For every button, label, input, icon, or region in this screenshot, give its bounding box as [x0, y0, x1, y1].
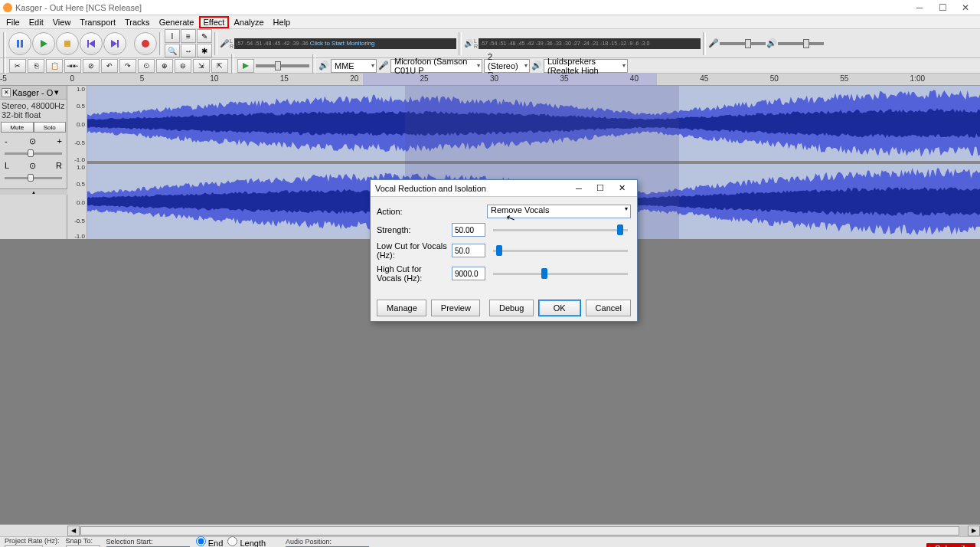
timeshift-tool[interactable]: ↔ — [181, 44, 196, 57]
timeline[interactable]: -505101520253035404550551:001:05 — [0, 74, 980, 86]
track-control-panel: ✕ Kasger - O ▾ Stereo, 48000Hz 32-bit fl… — [0, 86, 67, 239]
window-title: Kasger - Out Here [NCS Release] — [15, 3, 908, 12]
play-device-combo[interactable]: Luidsprekers (Realtek High — [544, 59, 628, 73]
fit-project-button[interactable]: ⇱ — [211, 59, 228, 73]
project-rate-label: Project Rate (Hz): — [5, 537, 60, 545]
record-button[interactable] — [134, 32, 157, 55]
play-volume-slider[interactable] — [778, 42, 824, 45]
rec-volume-slider[interactable] — [720, 42, 766, 45]
debug-button[interactable]: Debug — [489, 300, 534, 316]
menu-tracks[interactable]: Tracks — [120, 16, 155, 28]
track-close-button[interactable]: ✕ — [2, 88, 11, 97]
svg-marker-5 — [89, 40, 95, 47]
copy-button[interactable]: ⎘ — [28, 59, 44, 73]
paste-button[interactable]: 📋 — [46, 59, 63, 73]
fit-selection-button[interactable]: ⇲ — [193, 59, 210, 73]
menu-analyze[interactable]: Analyze — [229, 16, 268, 28]
undo-button[interactable]: ↶ — [101, 59, 118, 73]
scroll-track[interactable] — [80, 526, 968, 536]
host-icon: 🔊 — [318, 61, 329, 70]
highcut-input[interactable] — [452, 267, 485, 280]
end-radio[interactable]: End — [196, 536, 224, 548]
scroll-thumb[interactable] — [80, 526, 959, 536]
channels-combo[interactable]: 2 (Stereo) Recor — [484, 59, 530, 73]
dialog-close-button[interactable]: ✕ — [611, 181, 632, 196]
strength-label: Strength: — [377, 225, 447, 234]
vocal-reduction-dialog: Vocal Reduction and Isolation ─ ☐ ✕ Acti… — [370, 179, 638, 322]
zoom-out-button[interactable]: ⊖ — [175, 59, 191, 73]
selection-tool[interactable]: I — [165, 29, 180, 43]
menu-edit[interactable]: Edit — [24, 16, 48, 28]
minimize-button[interactable]: ─ — [908, 1, 931, 15]
maximize-button[interactable]: ☐ — [931, 1, 954, 15]
svg-point-8 — [142, 40, 149, 47]
snap-to-label: Snap To: — [66, 537, 100, 545]
record-meter[interactable]: -57 -54 -51 -48 -45 -42 -39 -36 Click to… — [234, 38, 456, 49]
zoom-in-button[interactable]: ⊕ — [156, 59, 173, 73]
redo-button[interactable]: ↷ — [119, 59, 136, 73]
track-format-info: Stereo, 48000Hz 32-bit float — [0, 100, 67, 121]
menu-effect[interactable]: Effect — [199, 16, 230, 28]
ok-button[interactable]: OK — [538, 300, 581, 316]
scroll-right-button[interactable]: ▶ — [968, 526, 980, 536]
audio-host-combo[interactable]: MME — [331, 59, 377, 73]
play-speed-button[interactable] — [237, 59, 254, 73]
highcut-slider[interactable] — [493, 273, 628, 275]
subscribe-badge[interactable]: Subscribe — [926, 543, 975, 548]
track-collapse-button[interactable]: ▲ — [0, 188, 67, 195]
scroll-left-button[interactable]: ◀ — [67, 526, 80, 536]
play-button[interactable] — [32, 32, 55, 55]
mute-button[interactable]: Mute — [1, 122, 34, 133]
strength-slider[interactable] — [493, 229, 628, 231]
rec-vol-icon: 🎤 — [708, 38, 719, 48]
svg-marker-6 — [111, 40, 117, 47]
dialog-minimize-button[interactable]: ─ — [568, 181, 590, 196]
dialog-maximize-button[interactable]: ☐ — [590, 181, 611, 196]
action-select[interactable]: Remove Vocals — [487, 205, 631, 218]
lowcut-input[interactable] — [452, 244, 485, 257]
gain-slider[interactable] — [5, 152, 62, 155]
pause-button[interactable] — [8, 32, 31, 55]
sync-lock-button[interactable]: ⏲ — [138, 59, 155, 73]
menu-generate[interactable]: Generate — [155, 16, 199, 28]
rec-device-combo[interactable]: Microfoon (Samson C01U P — [390, 59, 482, 73]
trim-button[interactable]: ⇥⇤ — [64, 59, 81, 73]
silence-button[interactable]: ⊘ — [83, 59, 100, 73]
menu-transport[interactable]: Transport — [75, 16, 120, 28]
menu-file[interactable]: File — [2, 16, 24, 28]
menu-help[interactable]: Help — [269, 16, 296, 28]
amplitude-scale: 1.0 0.5 0.0 -0.5 -1.0 1.0 0.5 0.0 -0.5 -… — [67, 86, 87, 239]
multi-tool[interactable]: ✱ — [197, 44, 212, 57]
playback-meter[interactable]: -57 -54 -51 -48 -45 -42 -39 -36 -33 -30 … — [479, 38, 701, 49]
skip-start-button[interactable] — [80, 32, 103, 55]
preview-button[interactable]: Preview — [431, 300, 480, 316]
solo-button[interactable]: Solo — [34, 122, 67, 133]
app-icon — [3, 3, 12, 12]
svg-rect-0 — [17, 40, 19, 47]
envelope-tool[interactable]: ≡ — [181, 29, 196, 43]
svg-marker-9 — [243, 63, 249, 69]
manage-button[interactable]: Manage — [377, 300, 426, 316]
skip-end-button[interactable] — [103, 32, 126, 55]
svg-rect-4 — [87, 40, 89, 47]
rec-device-icon: 🎤 — [378, 61, 389, 70]
zoom-tool[interactable]: 🔍 — [165, 44, 180, 57]
selection-start-label: Selection Start: — [106, 538, 190, 545]
cancel-button[interactable]: Cancel — [586, 300, 631, 316]
horizontal-scrollbar: ◀ ▶ — [0, 524, 980, 536]
length-radio[interactable]: Length — [227, 536, 266, 548]
menu-view[interactable]: View — [48, 16, 76, 28]
track-name[interactable]: Kasger - O — [12, 88, 53, 97]
lowcut-slider[interactable] — [493, 250, 628, 252]
track-dropdown[interactable]: ▾ — [54, 87, 59, 97]
pan-slider[interactable] — [5, 177, 62, 179]
play-device-icon: 🔊 — [531, 61, 542, 70]
rec-mic-icon: 🎤 — [220, 39, 229, 47]
stop-button[interactable] — [56, 32, 79, 55]
draw-tool[interactable]: ✎ — [197, 29, 212, 43]
cut-button[interactable]: ✂ — [9, 59, 26, 73]
play-vol-icon: 🔊 — [766, 38, 777, 48]
speed-slider[interactable] — [256, 64, 309, 67]
close-button[interactable]: ✕ — [954, 1, 977, 15]
strength-input[interactable] — [452, 223, 485, 237]
